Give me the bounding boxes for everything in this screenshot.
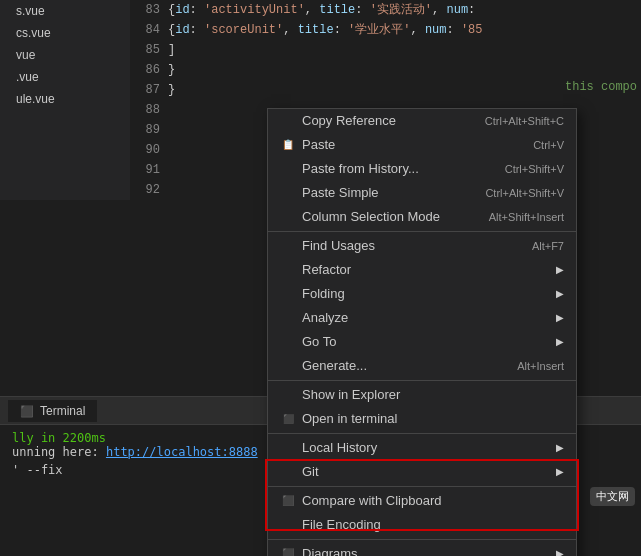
find-usages-icon: [280, 238, 296, 254]
menu-shortcut-paste: Ctrl+V: [533, 133, 564, 157]
menu-local-history[interactable]: Local History ▶: [268, 436, 576, 460]
code-line-87: }: [168, 80, 518, 100]
generate-icon: [280, 358, 296, 374]
code-line-85: ]: [168, 40, 518, 60]
menu-shortcut-paste-simple: Ctrl+Alt+Shift+V: [485, 181, 564, 205]
menu-paste[interactable]: 📋 Paste Ctrl+V: [268, 133, 576, 157]
code-line-86: }: [168, 60, 518, 80]
menu-show-explorer[interactable]: Show in Explorer: [268, 383, 576, 407]
menu-find-usages[interactable]: Find Usages Alt+F7: [268, 234, 576, 258]
sidebar-item-2[interactable]: cs.vue: [0, 22, 130, 44]
sidebar-item-3[interactable]: vue: [0, 44, 130, 66]
menu-label-paste-simple: Paste Simple: [302, 181, 379, 205]
column-selection-icon: [280, 209, 296, 225]
folding-arrow-icon: ▶: [556, 282, 564, 306]
terminal-input-prefix: ' --fix: [12, 463, 63, 477]
line-num-89: 89: [130, 120, 168, 140]
git-arrow-icon: ▶: [556, 460, 564, 484]
menu-go-to[interactable]: Go To ▶: [268, 330, 576, 354]
paste-history-icon: [280, 161, 296, 177]
menu-shortcut-generate: Alt+Insert: [517, 354, 564, 378]
menu-shortcut-paste-history: Ctrl+Shift+V: [505, 157, 564, 181]
menu-shortcut-copy-reference: Ctrl+Alt+Shift+C: [485, 109, 564, 133]
menu-analyze[interactable]: Analyze ▶: [268, 306, 576, 330]
separator-1: [268, 231, 576, 232]
sidebar: s.vue cs.vue vue .vue ule.vue: [0, 0, 130, 200]
separator-2: [268, 380, 576, 381]
line-numbers: 83 84 85 86 87 88 89 90 91 92: [130, 0, 168, 260]
menu-label-analyze: Analyze: [302, 306, 348, 330]
context-menu: Copy Reference Ctrl+Alt+Shift+C 📋 Paste …: [267, 108, 577, 556]
code-line-83: {id: 'activityUnit', title: '实践活动', num:: [168, 0, 518, 20]
menu-label-git: Git: [302, 460, 319, 484]
right-comment: this compo: [565, 80, 637, 94]
separator-5: [268, 539, 576, 540]
menu-label-copy-reference: Copy Reference: [302, 109, 396, 133]
go-to-arrow-icon: ▶: [556, 330, 564, 354]
refactor-icon: [280, 262, 296, 278]
menu-folding[interactable]: Folding ▶: [268, 282, 576, 306]
separator-4: [268, 486, 576, 487]
refactor-arrow-icon: ▶: [556, 258, 564, 282]
paste-simple-icon: [280, 185, 296, 201]
line-num-87: 87: [130, 80, 168, 100]
terminal-text-1: lly in 2200ms: [12, 431, 106, 445]
sidebar-item-5[interactable]: ule.vue: [0, 88, 130, 110]
menu-label-folding: Folding: [302, 282, 345, 306]
menu-file-encoding[interactable]: File Encoding: [268, 513, 576, 537]
local-history-icon: [280, 440, 296, 456]
menu-label-find-usages: Find Usages: [302, 234, 375, 258]
terminal-tab-label: Terminal: [40, 400, 85, 422]
line-num-83: 83: [130, 0, 168, 20]
compare-clipboard-icon: ⬛: [280, 493, 296, 509]
menu-compare-clipboard[interactable]: ⬛ Compare with Clipboard: [268, 489, 576, 513]
line-num-84: 84: [130, 20, 168, 40]
line-num-92: 92: [130, 180, 168, 200]
go-to-icon: [280, 334, 296, 350]
line-num-91: 91: [130, 160, 168, 180]
menu-git[interactable]: Git ▶: [268, 460, 576, 484]
show-explorer-icon: [280, 387, 296, 403]
code-line-84: {id: 'scoreUnit', title: '学业水平', num: '8…: [168, 20, 518, 40]
watermark: 中文网: [590, 487, 635, 506]
menu-label-go-to: Go To: [302, 330, 336, 354]
menu-label-paste-history: Paste from History...: [302, 157, 419, 181]
separator-3: [268, 433, 576, 434]
terminal-url[interactable]: http://localhost:8888: [106, 445, 258, 459]
menu-diagrams[interactable]: ⬛ Diagrams ▶: [268, 542, 576, 556]
menu-label-generate: Generate...: [302, 354, 367, 378]
line-num-86: 86: [130, 60, 168, 80]
analyze-icon: [280, 310, 296, 326]
diagrams-arrow-icon: ▶: [556, 542, 564, 556]
terminal-tab[interactable]: ⬛ Terminal: [8, 400, 97, 422]
file-encoding-icon: [280, 517, 296, 533]
git-icon: [280, 464, 296, 480]
paste-icon: 📋: [280, 137, 296, 153]
line-num-90: 90: [130, 140, 168, 160]
menu-shortcut-find-usages: Alt+F7: [532, 234, 564, 258]
menu-label-show-explorer: Show in Explorer: [302, 383, 400, 407]
terminal-text-2: unning here:: [12, 445, 99, 459]
sidebar-item-4[interactable]: .vue: [0, 66, 130, 88]
menu-label-file-encoding: File Encoding: [302, 513, 381, 537]
line-num-88: 88: [130, 100, 168, 120]
sidebar-item-1[interactable]: s.vue: [0, 0, 130, 22]
diagrams-icon: ⬛: [280, 546, 296, 556]
menu-label-compare-clipboard: Compare with Clipboard: [302, 489, 441, 513]
menu-copy-reference[interactable]: Copy Reference Ctrl+Alt+Shift+C: [268, 109, 576, 133]
menu-column-selection[interactable]: Column Selection Mode Alt+Shift+Insert: [268, 205, 576, 229]
local-history-arrow-icon: ▶: [556, 436, 564, 460]
menu-paste-history[interactable]: Paste from History... Ctrl+Shift+V: [268, 157, 576, 181]
menu-label-local-history: Local History: [302, 436, 377, 460]
menu-label-column-selection: Column Selection Mode: [302, 205, 440, 229]
menu-shortcut-column-selection: Alt+Shift+Insert: [489, 205, 564, 229]
menu-open-terminal[interactable]: ⬛ Open in terminal: [268, 407, 576, 431]
menu-label-open-terminal: Open in terminal: [302, 407, 397, 431]
menu-label-diagrams: Diagrams: [302, 542, 358, 556]
menu-label-refactor: Refactor: [302, 258, 351, 282]
menu-label-paste: Paste: [302, 133, 335, 157]
menu-generate[interactable]: Generate... Alt+Insert: [268, 354, 576, 378]
menu-paste-simple[interactable]: Paste Simple Ctrl+Alt+Shift+V: [268, 181, 576, 205]
analyze-arrow-icon: ▶: [556, 306, 564, 330]
menu-refactor[interactable]: Refactor ▶: [268, 258, 576, 282]
